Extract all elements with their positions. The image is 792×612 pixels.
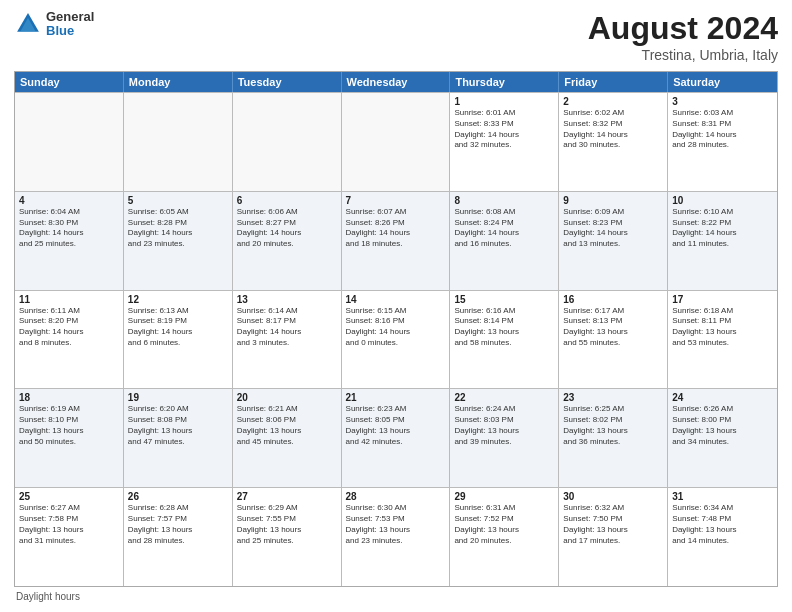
day-cell-25: 25Sunrise: 6:27 AMSunset: 7:58 PMDayligh… <box>15 488 124 586</box>
cell-info-line: and 28 minutes. <box>128 536 228 547</box>
calendar: SundayMondayTuesdayWednesdayThursdayFrid… <box>14 71 778 587</box>
cell-info-line: Sunrise: 6:24 AM <box>454 404 554 415</box>
day-cell-6: 6Sunrise: 6:06 AMSunset: 8:27 PMDaylight… <box>233 192 342 290</box>
cell-info-line: Daylight: 14 hours <box>237 327 337 338</box>
col-header-thursday: Thursday <box>450 72 559 92</box>
cell-info-line: Sunset: 8:26 PM <box>346 218 446 229</box>
day-cell-28: 28Sunrise: 6:30 AMSunset: 7:53 PMDayligh… <box>342 488 451 586</box>
cell-info-line: Daylight: 13 hours <box>237 426 337 437</box>
cell-info-line: Sunrise: 6:05 AM <box>128 207 228 218</box>
cell-info-line: Sunset: 7:53 PM <box>346 514 446 525</box>
day-number: 13 <box>237 294 337 305</box>
cell-info-line: Sunrise: 6:09 AM <box>563 207 663 218</box>
header: General Blue August 2024 Trestina, Umbri… <box>14 10 778 63</box>
cell-info-line: Sunset: 8:08 PM <box>128 415 228 426</box>
logo: General Blue <box>14 10 94 39</box>
day-cell-18: 18Sunrise: 6:19 AMSunset: 8:10 PMDayligh… <box>15 389 124 487</box>
cell-info-line: Sunset: 7:50 PM <box>563 514 663 525</box>
cell-info-line: Sunset: 7:48 PM <box>672 514 773 525</box>
cell-info-line: Daylight: 14 hours <box>672 130 773 141</box>
day-number: 4 <box>19 195 119 206</box>
col-header-tuesday: Tuesday <box>233 72 342 92</box>
calendar-body: 1Sunrise: 6:01 AMSunset: 8:33 PMDaylight… <box>15 92 777 586</box>
cell-info-line: Daylight: 14 hours <box>237 228 337 239</box>
day-number: 21 <box>346 392 446 403</box>
day-cell-11: 11Sunrise: 6:11 AMSunset: 8:20 PMDayligh… <box>15 291 124 389</box>
cell-info-line: and 58 minutes. <box>454 338 554 349</box>
day-cell-26: 26Sunrise: 6:28 AMSunset: 7:57 PMDayligh… <box>124 488 233 586</box>
cell-info-line: Sunrise: 6:02 AM <box>563 108 663 119</box>
day-cell-14: 14Sunrise: 6:15 AMSunset: 8:16 PMDayligh… <box>342 291 451 389</box>
cell-info-line: and 55 minutes. <box>563 338 663 349</box>
cell-info-line: Sunrise: 6:31 AM <box>454 503 554 514</box>
day-number: 25 <box>19 491 119 502</box>
cell-info-line: and 36 minutes. <box>563 437 663 448</box>
cell-info-line: and 31 minutes. <box>19 536 119 547</box>
cell-info-line: and 8 minutes. <box>19 338 119 349</box>
cell-info-line: Sunset: 8:22 PM <box>672 218 773 229</box>
day-number: 11 <box>19 294 119 305</box>
day-number: 1 <box>454 96 554 107</box>
cell-info-line: Sunset: 8:23 PM <box>563 218 663 229</box>
day-number: 27 <box>237 491 337 502</box>
cell-info-line: Sunrise: 6:03 AM <box>672 108 773 119</box>
cell-info-line: and 45 minutes. <box>237 437 337 448</box>
day-number: 8 <box>454 195 554 206</box>
cell-info-line: and 20 minutes. <box>237 239 337 250</box>
day-number: 17 <box>672 294 773 305</box>
cell-info-line: and 11 minutes. <box>672 239 773 250</box>
cell-info-line: Daylight: 14 hours <box>128 327 228 338</box>
logo-blue-text: Blue <box>46 24 94 38</box>
cell-info-line: Daylight: 13 hours <box>672 327 773 338</box>
cell-info-line: and 6 minutes. <box>128 338 228 349</box>
cell-info-line: Sunset: 7:52 PM <box>454 514 554 525</box>
cell-info-line: Sunrise: 6:26 AM <box>672 404 773 415</box>
cell-info-line: Daylight: 13 hours <box>128 426 228 437</box>
cell-info-line: Daylight: 14 hours <box>672 228 773 239</box>
cell-info-line: Sunset: 8:20 PM <box>19 316 119 327</box>
cell-info-line: and 50 minutes. <box>19 437 119 448</box>
day-cell-7: 7Sunrise: 6:07 AMSunset: 8:26 PMDaylight… <box>342 192 451 290</box>
calendar-row-2: 11Sunrise: 6:11 AMSunset: 8:20 PMDayligh… <box>15 290 777 389</box>
cell-info-line: and 13 minutes. <box>563 239 663 250</box>
day-cell-5: 5Sunrise: 6:05 AMSunset: 8:28 PMDaylight… <box>124 192 233 290</box>
col-header-sunday: Sunday <box>15 72 124 92</box>
cell-info-line: Sunrise: 6:27 AM <box>19 503 119 514</box>
cell-info-line: and 0 minutes. <box>346 338 446 349</box>
cell-info-line: Sunset: 8:16 PM <box>346 316 446 327</box>
cell-info-line: and 23 minutes. <box>128 239 228 250</box>
cell-info-line: Daylight: 13 hours <box>563 327 663 338</box>
cell-info-line: Sunset: 8:31 PM <box>672 119 773 130</box>
day-number: 15 <box>454 294 554 305</box>
day-cell-8: 8Sunrise: 6:08 AMSunset: 8:24 PMDaylight… <box>450 192 559 290</box>
day-cell-24: 24Sunrise: 6:26 AMSunset: 8:00 PMDayligh… <box>668 389 777 487</box>
cell-info-line: and 14 minutes. <box>672 536 773 547</box>
cell-info-line: Sunrise: 6:08 AM <box>454 207 554 218</box>
day-number: 29 <box>454 491 554 502</box>
calendar-row-0: 1Sunrise: 6:01 AMSunset: 8:33 PMDaylight… <box>15 92 777 191</box>
cell-info-line: and 39 minutes. <box>454 437 554 448</box>
cell-info-line: Sunset: 8:10 PM <box>19 415 119 426</box>
day-cell-13: 13Sunrise: 6:14 AMSunset: 8:17 PMDayligh… <box>233 291 342 389</box>
day-number: 30 <box>563 491 663 502</box>
cell-info-line: Sunrise: 6:19 AM <box>19 404 119 415</box>
cell-info-line: Sunrise: 6:21 AM <box>237 404 337 415</box>
cell-info-line: Sunrise: 6:17 AM <box>563 306 663 317</box>
cell-info-line: Sunset: 8:27 PM <box>237 218 337 229</box>
day-number: 3 <box>672 96 773 107</box>
cell-info-line: Daylight: 13 hours <box>454 525 554 536</box>
cell-info-line: Sunset: 8:11 PM <box>672 316 773 327</box>
cell-info-line: Sunrise: 6:18 AM <box>672 306 773 317</box>
day-cell-1: 1Sunrise: 6:01 AMSunset: 8:33 PMDaylight… <box>450 93 559 191</box>
cell-info-line: Sunrise: 6:34 AM <box>672 503 773 514</box>
page: General Blue August 2024 Trestina, Umbri… <box>0 0 792 612</box>
cell-info-line: Sunrise: 6:32 AM <box>563 503 663 514</box>
cell-info-line: and 25 minutes. <box>19 239 119 250</box>
cell-info-line: and 30 minutes. <box>563 140 663 151</box>
cell-info-line: and 3 minutes. <box>237 338 337 349</box>
day-cell-2: 2Sunrise: 6:02 AMSunset: 8:32 PMDaylight… <box>559 93 668 191</box>
cell-info-line: Daylight: 13 hours <box>237 525 337 536</box>
cell-info-line: and 23 minutes. <box>346 536 446 547</box>
cell-info-line: Sunrise: 6:04 AM <box>19 207 119 218</box>
cell-info-line: Sunset: 8:03 PM <box>454 415 554 426</box>
